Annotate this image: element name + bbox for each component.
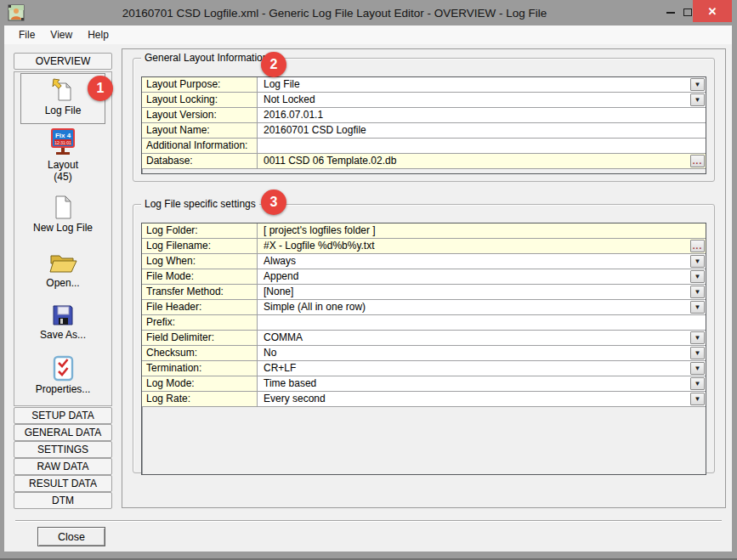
- settings-row-layout-purpose: Layout Purpose: Log File ▼: [142, 77, 706, 93]
- minimize-button[interactable]: [660, 0, 682, 22]
- sidebar-item-settings[interactable]: SETTINGS: [14, 441, 112, 458]
- svg-text:12:31:01: 12:31:01: [54, 140, 71, 145]
- sidebar-item-layout[interactable]: Fix 4 12:31:01 Layout (45): [14, 128, 111, 183]
- field-value-text: [ project's logfiles folder ]: [264, 224, 376, 236]
- settings-row-transfer-method: Transfer Method: [None] ▼: [142, 285, 706, 300]
- settings-row-file-header: File Header: Simple (All in one row) ▼: [142, 300, 706, 315]
- field-value[interactable]: No ▼: [258, 346, 706, 360]
- field-value-text: CR+LF: [264, 362, 296, 374]
- field-label: Log Rate:: [142, 392, 258, 406]
- field-value-text: Log File: [264, 78, 300, 90]
- sidebar-item-dtm[interactable]: DTM: [14, 492, 112, 509]
- field-value-text: 2016.07.01.1: [264, 109, 323, 121]
- settings-row-termination: Termination: CR+LF ▼: [142, 361, 706, 376]
- settings-row-layout-version: Layout Version: 2016.07.01.1: [142, 108, 706, 123]
- field-value[interactable]: #X - Logfile %d%b%y.txt ...: [258, 239, 706, 253]
- field-label: Termination:: [142, 361, 258, 376]
- field-value[interactable]: CR+LF ▼: [258, 361, 706, 376]
- dropdown-button[interactable]: ▼: [690, 93, 705, 106]
- new-file-icon: [53, 195, 73, 220]
- logfile-settings-grid: Log Folder: [ project's logfiles folder …: [141, 223, 706, 475]
- sidebar-item-save-as[interactable]: Save As...: [14, 303, 111, 341]
- sidebar-item-label: Open...: [46, 277, 79, 289]
- save-floppy-icon: [51, 303, 75, 327]
- field-value[interactable]: 2016.07.01.1: [258, 108, 706, 122]
- sidebar-item-new-log-file[interactable]: New Log File: [14, 195, 111, 234]
- dropdown-button[interactable]: ▼: [690, 362, 705, 375]
- field-value[interactable]: [None] ▼: [258, 285, 706, 299]
- logfile-icon: [52, 78, 74, 102]
- browse-button[interactable]: ...: [690, 155, 705, 167]
- settings-row-log-folder: Log Folder: [ project's logfiles folder …: [142, 223, 706, 239]
- annotation-badge-2: 2: [261, 52, 286, 77]
- sidebar-item-raw-data[interactable]: RAW DATA: [14, 458, 112, 475]
- minimize-icon: [666, 12, 675, 14]
- dropdown-button[interactable]: ▼: [690, 301, 705, 314]
- field-value[interactable]: Always ▼: [258, 254, 706, 269]
- settings-row-database: Database: 0011 CSD 06 Template.02.db ...: [142, 154, 706, 169]
- overview-button[interactable]: OVERVIEW: [14, 53, 112, 70]
- field-value-text: 0011 CSD 06 Template.02.db: [264, 155, 396, 167]
- sidebar-item-general-data[interactable]: GENERAL DATA: [14, 424, 112, 441]
- field-label: Log Filename:: [142, 239, 258, 253]
- application-window: 20160701 CSD Logfile.xml - Generic Log F…: [0, 0, 737, 560]
- dropdown-button[interactable]: ▼: [690, 377, 705, 390]
- field-value[interactable]: Simple (All in one row) ▼: [258, 300, 706, 314]
- field-label: Log Mode:: [142, 376, 258, 391]
- sidebar-item-properties[interactable]: Properties...: [14, 355, 111, 395]
- dropdown-button[interactable]: ▼: [690, 255, 705, 268]
- field-value-text: Append: [264, 270, 298, 282]
- menu-help[interactable]: Help: [80, 27, 116, 42]
- sidebar-item-setup-data[interactable]: SETUP DATA: [14, 407, 112, 424]
- field-value[interactable]: [258, 139, 706, 153]
- settings-row-file-mode: File Mode: Append ▼: [142, 269, 706, 285]
- field-value[interactable]: 0011 CSD 06 Template.02.db ...: [258, 154, 706, 168]
- field-value[interactable]: Log File ▼: [258, 77, 706, 92]
- logfile-settings-groupbox: Log File specific settings Log Folder: […: [133, 204, 715, 473]
- app-icon: [8, 4, 25, 21]
- field-value-text: Time based: [264, 377, 316, 389]
- settings-row-log-mode: Log Mode: Time based ▼: [142, 376, 706, 392]
- field-value[interactable]: Append ▼: [258, 269, 706, 284]
- close-icon: ✕: [708, 5, 717, 18]
- field-value[interactable]: 20160701 CSD Logfile: [258, 123, 706, 138]
- close-button[interactable]: Close: [37, 527, 105, 546]
- sidebar-item-label: Save As...: [40, 329, 86, 341]
- field-value[interactable]: Every second ▼: [258, 392, 706, 406]
- field-value[interactable]: [258, 315, 706, 330]
- settings-row-layout-name: Layout Name: 20160701 CSD Logfile: [142, 123, 706, 139]
- field-value-text: Simple (All in one row): [264, 301, 366, 313]
- window-title: 20160701 CSD Logfile.xml - Generic Log F…: [34, 0, 635, 25]
- maximize-icon: [683, 8, 692, 16]
- dropdown-button[interactable]: ▼: [690, 331, 705, 344]
- dropdown-button[interactable]: ▼: [690, 347, 705, 359]
- sidebar-item-label: Properties...: [36, 383, 91, 395]
- field-label: File Mode:: [142, 269, 258, 284]
- dropdown-button[interactable]: ▼: [690, 393, 705, 405]
- field-value[interactable]: [ project's logfiles folder ]: [258, 223, 706, 238]
- dropdown-button[interactable]: ▼: [690, 286, 705, 298]
- field-value-text: [None]: [264, 286, 293, 297]
- svg-text:Fix 4: Fix 4: [55, 132, 71, 139]
- field-label: Layout Locking:: [142, 93, 258, 107]
- dropdown-button[interactable]: ▼: [690, 78, 705, 91]
- field-value[interactable]: COMMA ▼: [258, 331, 706, 345]
- menu-view[interactable]: View: [43, 27, 80, 42]
- browse-button[interactable]: ...: [690, 240, 705, 252]
- field-value-text: COMMA: [264, 331, 303, 343]
- field-label: Checksum:: [142, 346, 258, 360]
- field-label: File Header:: [142, 300, 258, 314]
- annotation-badge-3: 3: [261, 189, 286, 215]
- menu-file[interactable]: File: [11, 27, 43, 42]
- sidebar-item-open[interactable]: Open...: [14, 250, 111, 289]
- settings-row-field-delimiter: Field Delimiter: COMMA ▼: [142, 331, 706, 346]
- field-value[interactable]: Time based ▼: [258, 376, 706, 391]
- field-value[interactable]: Not Locked ▼: [258, 93, 706, 107]
- sidebar-item-sublabel: (45): [54, 171, 71, 183]
- field-label: Field Delimiter:: [142, 331, 258, 345]
- field-label: Layout Version:: [142, 108, 258, 122]
- close-window-button[interactable]: ✕: [693, 0, 732, 22]
- sidebar-item-result-data[interactable]: RESULT DATA: [14, 475, 112, 492]
- settings-row-checksum: Checksum: No ▼: [142, 346, 706, 361]
- dropdown-button[interactable]: ▼: [690, 270, 705, 283]
